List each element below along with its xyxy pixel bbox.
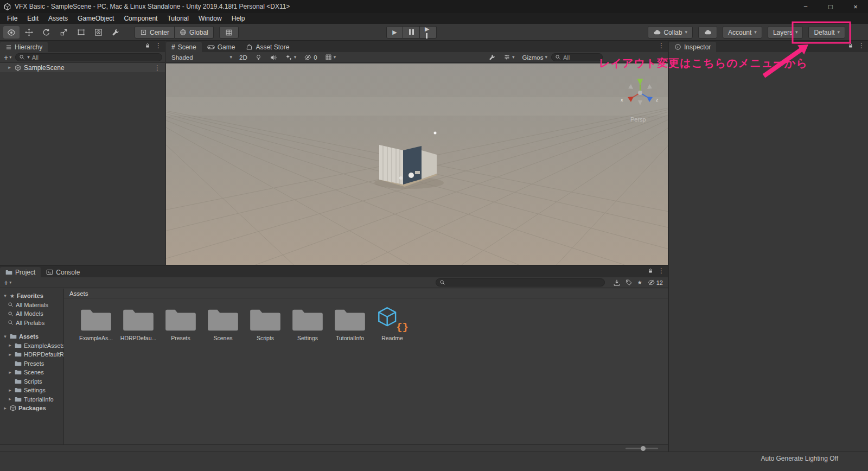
tab-game[interactable]: Game: [202, 42, 241, 52]
close-button[interactable]: ×: [843, 0, 868, 13]
tab-scene[interactable]: # Scene: [166, 42, 202, 52]
asset-item-tutorialinfo[interactable]: TutorialInfo: [329, 305, 371, 341]
hierarchy-item-samplescene[interactable]: ▸ SampleScene ⋮: [0, 63, 165, 72]
hidden-count-toggle[interactable]: 12: [647, 279, 663, 286]
asset-item-presets[interactable]: Presets: [159, 305, 202, 341]
menu-help[interactable]: Help: [227, 15, 250, 22]
maximize-button[interactable]: □: [818, 0, 843, 13]
asset-item-exampleassets[interactable]: ExampleAs...: [75, 305, 117, 341]
step-button[interactable]: ▶: [420, 26, 437, 39]
caret-down-icon[interactable]: ▾: [3, 294, 8, 298]
project-create-button[interactable]: + ▾: [3, 279, 12, 287]
panel-menu-icon[interactable]: ⋮: [658, 268, 665, 274]
tab-project[interactable]: Project: [0, 267, 41, 277]
caret-right-icon[interactable]: ▸: [8, 388, 12, 393]
caret-right-icon[interactable]: ▸: [8, 370, 12, 375]
menu-edit[interactable]: Edit: [22, 15, 43, 22]
hierarchy-create-button[interactable]: + ▾: [3, 54, 12, 61]
icon-size-slider[interactable]: [626, 448, 658, 449]
tree-item-exampleassets[interactable]: ▸ ExampleAssets: [0, 341, 63, 351]
caret-right-icon[interactable]: ▸: [8, 343, 12, 348]
transform-tool-button[interactable]: [90, 26, 106, 39]
menu-tutorial[interactable]: Tutorial: [162, 15, 194, 22]
asset-item-hdrpdefaultresources[interactable]: HDRPDefau...: [117, 305, 159, 341]
caret-right-icon[interactable]: ▸: [8, 397, 12, 402]
asset-item-scenes[interactable]: Scenes: [202, 305, 244, 341]
label-tag-icon[interactable]: [626, 279, 633, 286]
scene-audio-toggle[interactable]: [266, 52, 281, 62]
tree-item-presets[interactable]: Presets: [0, 359, 63, 368]
rect-tool-button[interactable]: [73, 26, 89, 39]
pivot-toggle-button[interactable]: Center: [135, 26, 175, 39]
tree-item-hdrpdefaultresources[interactable]: ▸ HDRPDefaultResources: [0, 350, 63, 359]
minimize-button[interactable]: −: [793, 0, 818, 13]
caret-right-icon[interactable]: ▸: [8, 352, 12, 357]
shading-mode-dropdown[interactable]: Shaded ▾: [168, 54, 235, 61]
caret-down-icon[interactable]: ▾: [3, 334, 8, 339]
favorites-filter-icon[interactable]: ★: [637, 279, 642, 285]
asset-item-settings[interactable]: Settings: [286, 305, 329, 341]
scene-effects-dropdown[interactable]: ▾: [281, 52, 301, 62]
play-button[interactable]: ▶: [386, 26, 403, 39]
foldout-icon[interactable]: ▸: [7, 65, 12, 70]
tab-inspector[interactable]: Inspector: [669, 42, 716, 52]
account-dropdown[interactable]: Account ▾: [723, 26, 762, 39]
lock-icon[interactable]: [648, 268, 653, 274]
toggle-2d-button[interactable]: 2D: [235, 52, 251, 62]
view-tool-button[interactable]: [3, 26, 20, 39]
gizmos-dropdown[interactable]: Gizmos ▾: [518, 52, 551, 62]
lock-icon[interactable]: [145, 42, 150, 49]
menu-component[interactable]: Component: [119, 15, 162, 22]
editor-tools-button[interactable]: [485, 52, 500, 62]
tab-hierarchy[interactable]: Hierarchy: [0, 42, 48, 52]
tree-favorite-all-materials[interactable]: All Materials: [0, 301, 63, 310]
lock-icon[interactable]: [848, 42, 853, 49]
layers-dropdown[interactable]: Layers ▾: [768, 26, 803, 39]
tab-asset-store[interactable]: Asset Store: [240, 42, 295, 52]
scene-search-field[interactable]: All: [551, 53, 603, 61]
layout-dropdown[interactable]: Default ▾: [808, 26, 845, 39]
tree-item-settings[interactable]: ▸ Settings: [0, 386, 63, 395]
scene-lighting-toggle[interactable]: [251, 52, 266, 62]
scene-grid-dropdown[interactable]: ▾: [321, 52, 340, 62]
slider-handle[interactable]: [641, 446, 646, 451]
panel-menu-icon[interactable]: ⋮: [658, 42, 665, 49]
panel-menu-icon[interactable]: ⋮: [858, 42, 865, 49]
camera-projection-label[interactable]: Persp: [630, 116, 646, 123]
tree-item-scripts[interactable]: Scripts: [0, 377, 63, 386]
scene-viewport[interactable]: x z Persp: [166, 63, 668, 265]
menu-file[interactable]: File: [2, 15, 22, 22]
tree-favorite-all-models[interactable]: All Models: [0, 309, 63, 319]
import-package-icon[interactable]: [613, 279, 621, 287]
menu-window[interactable]: Window: [194, 15, 227, 22]
asset-item-scripts[interactable]: Scripts: [244, 305, 286, 341]
custom-tool-button[interactable]: [107, 26, 124, 39]
pause-button[interactable]: [403, 26, 420, 39]
camera-settings-dropdown[interactable]: ▾: [500, 52, 519, 62]
move-tool-button[interactable]: [21, 26, 37, 39]
tab-console[interactable]: Console: [41, 267, 85, 277]
cloud-services-button[interactable]: [698, 26, 717, 39]
caret-right-icon[interactable]: ▸: [3, 406, 8, 411]
tree-favorite-all-prefabs[interactable]: All Prefabs: [0, 319, 63, 328]
menu-assets[interactable]: Assets: [43, 15, 73, 22]
project-search-field[interactable]: [436, 278, 605, 287]
tree-item-tutorialinfo[interactable]: ▸ TutorialInfo: [0, 395, 63, 404]
orientation-toggle-button[interactable]: Global: [175, 26, 214, 39]
panel-menu-icon[interactable]: ⋮: [155, 42, 162, 49]
search-filter-caret-icon[interactable]: ▾: [27, 55, 30, 60]
scale-tool-button[interactable]: [55, 26, 72, 39]
hierarchy-search-field[interactable]: ▾ All: [15, 53, 162, 61]
menu-gameobject[interactable]: GameObject: [73, 15, 119, 22]
collab-dropdown[interactable]: Collab ▾: [648, 26, 693, 39]
rotate-tool-button[interactable]: [38, 26, 54, 39]
tree-favorites-root[interactable]: ▾ ★ Favorites: [0, 291, 63, 301]
item-menu-icon[interactable]: ⋮: [154, 65, 161, 71]
tree-item-scenes[interactable]: ▸ Scenes: [0, 368, 63, 377]
grid-snap-button[interactable]: [219, 26, 239, 39]
tree-packages-root[interactable]: ▸ Packages: [0, 404, 63, 413]
tree-assets-root[interactable]: ▾ Assets: [0, 332, 63, 341]
light-gizmo-dot[interactable]: [434, 132, 437, 135]
lighting-status-label[interactable]: Auto Generate Lighting Off: [761, 455, 838, 462]
asset-item-readme[interactable]: {} Readme: [371, 305, 413, 341]
